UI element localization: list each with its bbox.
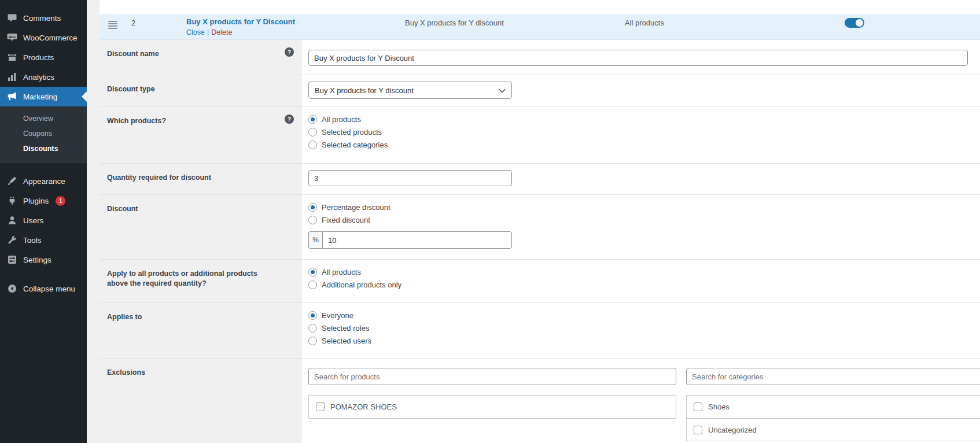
radio-icon <box>308 216 317 224</box>
collapse-menu-label: Collapse menu <box>23 285 75 293</box>
form-row-quantity: Quantity required for discount <box>100 163 980 194</box>
discount-name-label: Discount name <box>107 50 159 58</box>
sidebar-item-discounts[interactable]: Discounts <box>0 141 87 156</box>
sidebar-item-comments[interactable]: Comments <box>0 8 87 28</box>
radio-icon <box>308 141 317 149</box>
discount-type-select[interactable]: Buy X products for Y discount <box>308 82 512 99</box>
radio-label: Additional products only <box>322 280 401 289</box>
drag-handle-icon[interactable] <box>108 20 117 28</box>
percent-prefix: % <box>308 231 322 249</box>
radio-icon <box>308 280 317 289</box>
radio-option-selected-categories[interactable]: Selected categories <box>308 141 980 149</box>
help-icon[interactable]: ? <box>285 115 294 124</box>
plugins-update-badge: 1 <box>56 196 65 206</box>
radio-option-everyone[interactable]: Everyone <box>308 311 980 320</box>
discount-amount-input[interactable] <box>322 231 512 249</box>
discount-type-label: Discount type <box>107 85 155 93</box>
plugins-icon <box>7 195 17 206</box>
category-checkbox-row[interactable]: Uncategorized <box>687 418 980 441</box>
radio-selected-icon <box>308 311 317 320</box>
sidebar-item-label: Products <box>23 53 54 62</box>
users-icon <box>7 215 17 226</box>
sidebar-item-label: Tools <box>23 236 42 245</box>
marketing-submenu: Overview Coupons Discounts <box>0 106 87 163</box>
quantity-input[interactable] <box>308 170 512 186</box>
radio-label: Fixed discount <box>322 216 370 224</box>
radio-label: Selected users <box>322 337 371 345</box>
appearance-icon <box>7 176 17 186</box>
discount-type-summary: Buy X products for Y discount <box>405 19 504 27</box>
quantity-label: Quantity required for discount <box>107 173 211 182</box>
search-categories-input[interactable] <box>686 368 980 385</box>
collapse-menu-button[interactable]: Collapse menu <box>0 279 87 298</box>
category-option-label: Uncategorized <box>708 426 757 434</box>
svg-text:Woo: Woo <box>9 35 16 39</box>
sidebar-item-users[interactable]: Users <box>0 211 87 230</box>
delete-link[interactable]: Delete <box>211 28 232 36</box>
sidebar-item-label: Analytics <box>23 73 54 82</box>
sidebar-item-appearance[interactable]: Appearance <box>0 171 87 191</box>
help-icon[interactable]: ? <box>285 47 294 57</box>
sidebar-item-plugins[interactable]: Plugins 1 <box>0 191 87 211</box>
form-row-discount-name: Discount name ? <box>100 39 980 75</box>
radio-option-selected-products[interactable]: Selected products <box>308 128 980 136</box>
excluded-products-list: POMAZOR SHOES <box>308 395 676 419</box>
sidebar-item-label: WooCommerce <box>23 34 78 42</box>
radio-label: Percentage discount <box>322 203 390 212</box>
radio-option-selected-roles[interactable]: Selected roles <box>308 324 980 333</box>
search-products-input[interactable] <box>308 368 676 385</box>
toggle-knob <box>856 19 863 27</box>
enable-toggle[interactable] <box>845 18 864 28</box>
admin-content: 2 Buy X products for Y Discount Close|De… <box>87 0 980 443</box>
discount-label: Discount <box>107 205 138 213</box>
link-separator: | <box>207 28 209 36</box>
category-checkbox-row[interactable]: Shoes <box>687 396 980 418</box>
radio-option-additional-products-only[interactable]: Additional products only <box>308 280 980 289</box>
radio-option-selected-users[interactable]: Selected users <box>308 337 980 345</box>
discounts-panel: 2 Buy X products for Y Discount Close|De… <box>100 0 980 443</box>
sidebar-item-tools[interactable]: Tools <box>0 230 87 250</box>
discount-title-link[interactable]: Buy X products for Y Discount <box>186 17 295 27</box>
discount-name-input[interactable] <box>308 50 968 66</box>
sidebar-item-label: Settings <box>23 256 51 264</box>
excluded-categories-list: Shoes Uncategorized <box>686 395 980 441</box>
sidebar-item-woocommerce[interactable]: Woo WooCommerce <box>0 28 87 47</box>
radio-option-percentage-discount[interactable]: Percentage discount <box>308 203 980 212</box>
form-row-which-products: Which products? ? All products Selected … <box>100 106 980 163</box>
sidebar-item-marketing[interactable]: Marketing <box>0 87 87 106</box>
products-icon <box>7 52 17 62</box>
radio-icon <box>308 128 317 136</box>
radio-icon <box>308 324 317 333</box>
checkbox-icon <box>694 426 702 434</box>
discount-products-summary: All products <box>625 19 664 27</box>
product-checkbox-row[interactable]: POMAZOR SHOES <box>309 396 676 418</box>
discount-order: 2 <box>131 19 135 27</box>
radio-selected-icon <box>308 115 317 124</box>
marketing-icon <box>7 91 17 102</box>
checkbox-icon <box>694 403 702 411</box>
discount-amount-group: % <box>308 231 980 249</box>
sidebar-item-overview[interactable]: Overview <box>0 111 87 126</box>
radio-option-fixed-discount[interactable]: Fixed discount <box>308 216 980 224</box>
table-top-strip <box>100 0 980 14</box>
form-row-discount-type: Discount type Buy X products for Y disco… <box>100 75 980 106</box>
category-option-label: Shoes <box>708 403 730 411</box>
close-link[interactable]: Close <box>186 28 205 36</box>
sidebar-item-products[interactable]: Products <box>0 47 87 67</box>
chevron-down-icon <box>499 86 506 95</box>
sidebar-item-coupons[interactable]: Coupons <box>0 126 87 141</box>
sidebar-item-settings[interactable]: Settings <box>0 250 87 270</box>
radio-label: All products <box>322 115 361 124</box>
tools-icon <box>7 235 17 245</box>
radio-option-all-products[interactable]: All products <box>308 115 980 124</box>
form-row-apply-to: Apply to all products or additional prod… <box>100 259 980 302</box>
radio-option-apply-all-products[interactable]: All products <box>308 268 980 276</box>
settings-icon <box>7 254 17 265</box>
sidebar-item-label: Appearance <box>23 177 65 186</box>
sidebar-item-label: Users <box>23 216 43 225</box>
sidebar-item-analytics[interactable]: Analytics <box>0 67 87 87</box>
radio-label: All products <box>322 268 361 276</box>
collapse-arrow-icon <box>7 283 17 294</box>
applies-to-label: Applies to <box>107 313 142 321</box>
sidebar-item-label: Comments <box>23 14 61 23</box>
